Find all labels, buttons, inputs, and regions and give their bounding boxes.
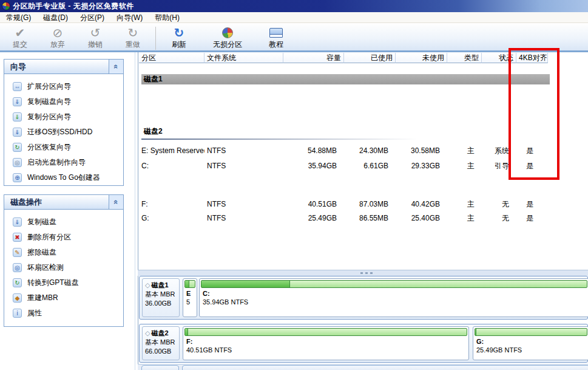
partition-block-f[interactable]: F:40.51GB NTFS [183, 326, 469, 360]
rebuild-mbr-icon: ◆ [13, 293, 22, 303]
wipe-brush-icon: ✎ [13, 248, 22, 257]
chevron-up-icon: « [112, 64, 121, 69]
sidebar-item-partition-recovery-wizard[interactable]: ↻ 分区恢复向导 [4, 140, 123, 155]
sidebar-item-copy-disk[interactable]: ⇓ 复制磁盘 [4, 214, 123, 230]
disk2-size: 66.00GB [145, 347, 179, 356]
menu-partition[interactable]: 分区(P) [74, 13, 110, 22]
sidebar-item-copy-disk-wizard[interactable]: ⇓ 复制磁盘向导 [4, 94, 123, 109]
commit-check-icon: ✔ [1, 26, 39, 40]
toolbar-separator [155, 27, 156, 50]
toolbar: ✔ 提交 ⊘ 放弃 ↺ 撤销 ↻ 重做 ↻ 刷新 无损分区 教程 [0, 24, 588, 52]
column-header-capacity[interactable]: 容量 [283, 53, 344, 63]
menu-wizard[interactable]: 向导(W) [110, 13, 149, 22]
title-bar: 分区助手专业版 - 无损分区免费软件 [0, 0, 588, 12]
magnifier-icon: ◎ [13, 263, 22, 272]
disk-icon: ◇ [145, 281, 150, 289]
group-underline [141, 139, 417, 140]
app-window: 分区助手专业版 - 无损分区免费软件 常规(G) 磁盘(D) 分区(P) 向导(… [0, 0, 588, 370]
sidebar-item-migrate-os[interactable]: ⇓ 迁移OS到SSD/HDD [4, 125, 123, 140]
copy-partition-icon: ⇓ [13, 112, 22, 122]
used-segment [185, 329, 188, 335]
disk1-name: 磁盘1 [151, 281, 168, 289]
refresh-button[interactable]: ↻ 刷新 [161, 26, 197, 50]
disk2-info-box: ◇磁盘2 基本 MBR 66.00GB [142, 326, 180, 360]
menu-disk[interactable]: 磁盘(D) [37, 13, 74, 22]
disk-group-header-1[interactable]: 磁盘1 [141, 74, 550, 84]
discard-button[interactable]: ⊘ 放弃 [39, 26, 76, 50]
sidebar-item-bad-sector-check[interactable]: ◎ 坏扇区检测 [4, 260, 123, 275]
wizard-panel-header[interactable]: 向导 « [4, 60, 123, 74]
book-icon [269, 28, 283, 38]
lossless-partition-button[interactable]: 无损分区 [204, 26, 251, 50]
tutorial-button[interactable]: 教程 [259, 26, 294, 50]
collapse-button[interactable]: « [109, 60, 123, 74]
window-title: 分区助手专业版 - 无损分区免费软件 [13, 1, 134, 12]
undo-arrow-icon: ↺ [76, 26, 114, 40]
sidebar-item-convert-to-gpt[interactable]: ↻ 转换到GPT磁盘 [4, 275, 123, 290]
info-icon: i [13, 309, 22, 318]
menu-help[interactable]: 帮助(H) [149, 13, 186, 22]
column-header-used[interactable]: 已使用 [344, 53, 396, 63]
column-header-filesystem[interactable]: 文件系统 [204, 53, 283, 63]
sidebar-item-rebuild-mbr[interactable]: ◆ 重建MBR [4, 290, 123, 306]
partition-block-g[interactable]: G:25.49GB NTFS [473, 326, 588, 360]
disk-ops-panel-title: 磁盘操作 [4, 197, 42, 208]
aligned-value: 是 [516, 211, 548, 225]
annotation-highlight-box [509, 48, 559, 180]
table-row-partition-f[interactable]: F: NTFS 40.51GB 87.03MB 40.42GB 主 无 是 [139, 197, 588, 211]
boot-cd-icon: ◎ [13, 158, 22, 167]
sidebar-item-properties[interactable]: i 属性 [4, 306, 123, 321]
pie-chart-icon [222, 27, 233, 38]
disk1-kind: 基本 MBR [145, 290, 179, 299]
commit-button[interactable]: ✔ 提交 [1, 26, 39, 50]
table-row-partition-g[interactable]: G: NTFS 25.49GB 86.55MB 25.40GB 主 无 是 [139, 211, 588, 225]
usage-bar [184, 280, 195, 288]
wizard-panel: 向导 « ⇔ 扩展分区向导 ⇓ 复制磁盘向导 ⇓ 复制分区向导 ⇓ 迁移OS到S… [4, 59, 124, 186]
windows-to-go-icon: ⊕ [13, 173, 22, 182]
partition-block-e[interactable]: E5 [183, 278, 197, 317]
disk-group-header-2[interactable]: 磁盘2 [141, 125, 163, 137]
usage-bar [201, 280, 587, 288]
disk-map-panel-2[interactable]: ◇磁盘2 基本 MBR 66.00GB F:40.51GB NTFS G:25.… [139, 324, 588, 363]
copy-disk-icon: ⇓ [13, 218, 22, 227]
column-header-partition[interactable]: 分区 [139, 53, 204, 63]
usage-bar [184, 328, 467, 336]
usage-bar [475, 328, 587, 336]
wizard-panel-title: 向导 [4, 61, 26, 72]
sidebar-item-delete-all-partitions[interactable]: ✖ 删除所有分区 [4, 230, 123, 245]
menu-general[interactable]: 常规(G) [0, 13, 37, 22]
discard-icon: ⊘ [39, 26, 76, 40]
column-header-unused[interactable]: 未使用 [396, 53, 447, 63]
undo-button[interactable]: ↺ 撤销 [76, 26, 114, 50]
sidebar-divider [135, 52, 135, 370]
disk1-info-box: ◇磁盘1 基本 MBR 36.00GB [142, 278, 180, 317]
redo-arrow-icon: ↻ [114, 26, 152, 40]
disk-map-panel-3-stub [141, 365, 179, 370]
app-logo-icon [2, 2, 10, 10]
disk-operations-panel: 磁盘操作 « ⇓ 复制磁盘 ✖ 删除所有分区 ✎ 擦除磁盘 ◎ 坏扇区检测 ↻ … [4, 194, 124, 327]
collapse-button[interactable]: « [109, 195, 123, 209]
partition-block-c[interactable]: C:35.94GB NTFS [199, 278, 588, 317]
disk-map-panel-1[interactable]: ◇磁盘1 基本 MBR 36.00GB E5 C:35.94GB NTFS [139, 276, 588, 320]
used-segment [185, 281, 189, 287]
disk-map-panel-3-stub [182, 365, 588, 370]
disk-ops-panel-header[interactable]: 磁盘操作 « [4, 195, 123, 210]
disk-icon: ◇ [145, 329, 150, 337]
column-header-type[interactable]: 类型 [447, 53, 482, 63]
sidebar-item-extend-partition-wizard[interactable]: ⇔ 扩展分区向导 [4, 79, 123, 94]
sidebar-item-boot-cd-wizard[interactable]: ◎ 启动光盘制作向导 [4, 155, 123, 170]
splitter-grip-icon[interactable] [360, 272, 363, 274]
aligned-value: 是 [516, 197, 548, 211]
extend-partition-icon: ⇔ [13, 82, 22, 91]
disk2-kind: 基本 MBR [145, 338, 179, 347]
copy-disk-icon: ⇓ [13, 97, 22, 106]
splitter-bar[interactable] [138, 270, 588, 276]
sidebar-item-windows-to-go[interactable]: ⊕ Windows To Go创建器 [4, 170, 123, 185]
sidebar-item-wipe-disk[interactable]: ✎ 擦除磁盘 [4, 245, 123, 260]
disk2-name: 磁盘2 [151, 329, 168, 337]
refresh-icon: ↻ [161, 26, 197, 40]
sidebar-item-copy-partition-wizard[interactable]: ⇓ 复制分区向导 [4, 109, 123, 125]
redo-button[interactable]: ↻ 重做 [114, 26, 152, 50]
delete-cross-icon: ✖ [13, 233, 22, 242]
disk1-size: 36.00GB [145, 299, 179, 308]
